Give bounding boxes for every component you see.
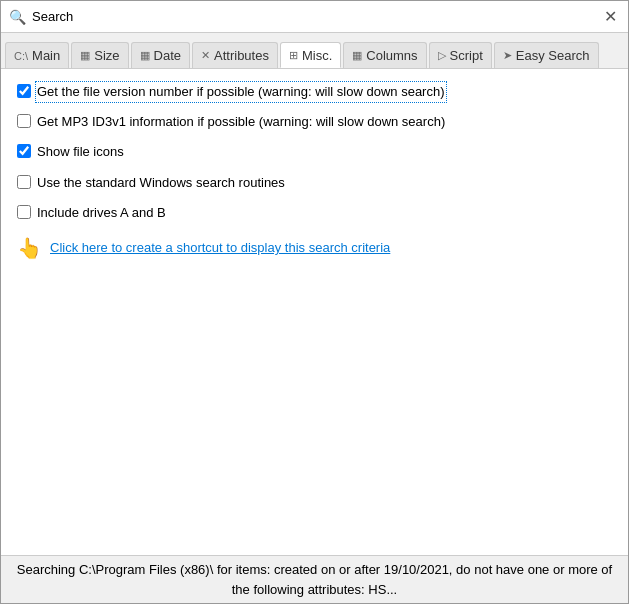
option-standard-windows-label: Use the standard Windows search routines	[37, 174, 285, 192]
option-file-version-checkbox[interactable]	[17, 84, 31, 98]
attributes-tab-icon: ✕	[201, 49, 210, 62]
title-bar: 🔍 Search ✕	[1, 1, 628, 33]
tab-size[interactable]: ▦ Size	[71, 42, 128, 68]
tab-script[interactable]: ▷ Script	[429, 42, 492, 68]
easy-search-tab-icon: ➤	[503, 49, 512, 62]
option-mp3-checkbox[interactable]	[17, 114, 31, 128]
status-bar: Searching C:\Program Files (x86)\ for it…	[1, 555, 628, 603]
option-standard-windows-row: Use the standard Windows search routines	[17, 172, 612, 194]
misc-tab-icon: ⊞	[289, 49, 298, 62]
option-show-icons-label: Show file icons	[37, 143, 124, 161]
tab-attributes-label: Attributes	[214, 48, 269, 63]
tab-easy-search[interactable]: ➤ Easy Search	[494, 42, 599, 68]
option-include-drives-row: Include drives A and B	[17, 202, 612, 224]
option-include-drives-label: Include drives A and B	[37, 204, 166, 222]
option-file-version-row: Get the file version number if possible …	[17, 81, 612, 103]
option-standard-windows-checkbox[interactable]	[17, 175, 31, 189]
shortcut-link[interactable]: Click here to create a shortcut to displ…	[50, 240, 390, 255]
tab-attributes[interactable]: ✕ Attributes	[192, 42, 278, 68]
option-show-icons-checkbox[interactable]	[17, 144, 31, 158]
window-icon: 🔍	[9, 9, 26, 25]
tab-script-label: Script	[450, 48, 483, 63]
main-tab-icon: C:\	[14, 50, 28, 62]
content-area: Get the file version number if possible …	[1, 69, 628, 555]
option-mp3-row: Get MP3 ID3v1 information if possible (w…	[17, 111, 612, 133]
tab-misc[interactable]: ⊞ Misc.	[280, 42, 341, 68]
tab-columns[interactable]: ▦ Columns	[343, 42, 426, 68]
shortcut-link-icon: 👆	[17, 236, 42, 260]
tab-columns-label: Columns	[366, 48, 417, 63]
size-tab-icon: ▦	[80, 49, 90, 62]
tab-main-label: Main	[32, 48, 60, 63]
search-window: 🔍 Search ✕ C:\ Main ▦ Size ▦ Date ✕ Attr…	[0, 0, 629, 604]
tab-date[interactable]: ▦ Date	[131, 42, 190, 68]
tab-bar: C:\ Main ▦ Size ▦ Date ✕ Attributes ⊞ Mi…	[1, 33, 628, 69]
status-text: Searching C:\Program Files (x86)\ for it…	[9, 560, 620, 599]
close-button[interactable]: ✕	[600, 7, 620, 27]
shortcut-link-row: 👆 Click here to create a shortcut to dis…	[17, 236, 612, 260]
tab-main[interactable]: C:\ Main	[5, 42, 69, 68]
tab-date-label: Date	[154, 48, 181, 63]
script-tab-icon: ▷	[438, 49, 446, 62]
date-tab-icon: ▦	[140, 49, 150, 62]
tab-misc-label: Misc.	[302, 48, 332, 63]
option-show-icons-row: Show file icons	[17, 141, 612, 163]
tab-size-label: Size	[94, 48, 119, 63]
title-bar-left: 🔍 Search	[9, 9, 73, 25]
tab-easy-search-label: Easy Search	[516, 48, 590, 63]
option-mp3-label: Get MP3 ID3v1 information if possible (w…	[37, 113, 445, 131]
columns-tab-icon: ▦	[352, 49, 362, 62]
window-title: Search	[32, 9, 73, 24]
option-include-drives-checkbox[interactable]	[17, 205, 31, 219]
option-file-version-label: Get the file version number if possible …	[37, 83, 445, 101]
